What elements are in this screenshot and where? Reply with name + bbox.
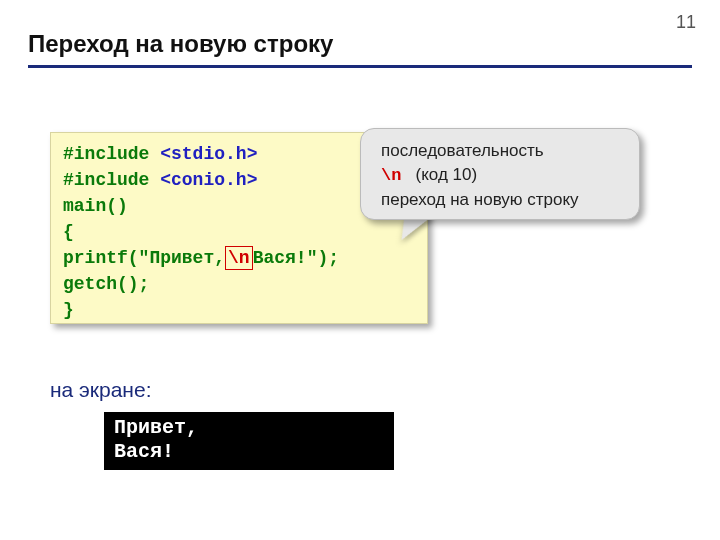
code-line5a: printf("Привет, [63,248,225,268]
slide-title: Переход на новую строку [28,30,333,58]
escape-highlight: \n [225,246,253,270]
code-line4: { [63,222,74,242]
screen-label: на экране: [50,378,151,402]
code-include1a: #include [63,144,160,164]
callout-line1: последовательность [381,139,623,163]
code-header1: <stdio.h> [160,144,257,164]
callout-line3: переход на новую строку [381,188,623,212]
code-header2: <conio.h> [160,170,257,190]
callout-escape: \n [381,166,401,185]
title-rule [28,65,692,68]
code-include2a: #include [63,170,160,190]
callout-code-info: (код 10) [416,165,478,184]
code-line5b: Вася!"); [253,248,339,268]
page-number: 11 [676,12,696,33]
callout-box: последовательность \n (код 10) переход н… [360,128,640,220]
output-console: Привет, Вася! [104,412,394,470]
code-line6: getch(); [63,274,149,294]
code-line7: } [63,300,74,320]
code-line3: main() [63,196,128,216]
